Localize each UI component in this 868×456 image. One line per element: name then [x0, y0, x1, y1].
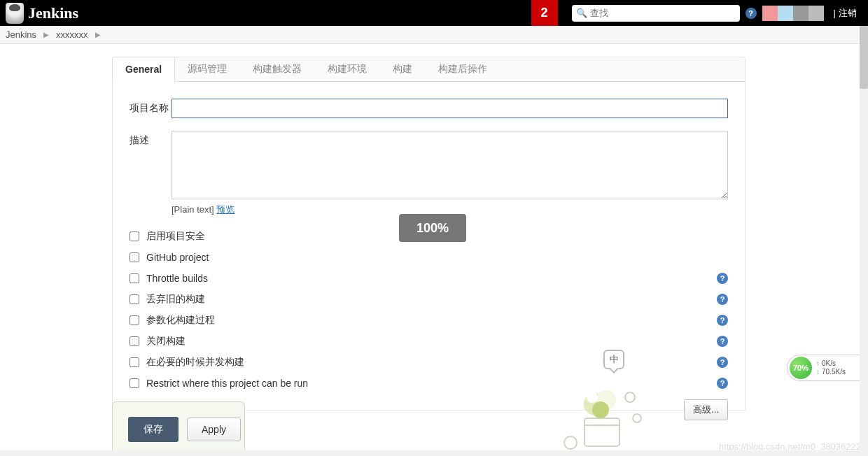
help-icon[interactable]: ? [717, 357, 728, 368]
avatar-segment [762, 6, 778, 21]
svg-point-8 [564, 436, 577, 449]
checkbox-row-throttle: Throttle builds ? [130, 268, 728, 289]
breadcrumb-item[interactable]: xxxxxxx [56, 29, 88, 40]
logo[interactable]: Jenkins [0, 3, 78, 24]
ime-indicator: 中 [603, 350, 624, 369]
description-textarea[interactable] [172, 131, 728, 199]
tab-general[interactable]: General [112, 57, 175, 82]
network-percent: 70% [790, 357, 812, 379]
checkbox-row-github: GitHub project [130, 247, 728, 268]
logout-link[interactable]: |注销 [834, 7, 857, 20]
preview-link[interactable]: 预览 [216, 204, 234, 215]
checkbox-row-discard: 丢弃旧的构建 ? [130, 289, 728, 310]
checkbox-label: 启用项目安全 [146, 230, 205, 243]
search-icon: 🔍 [576, 8, 587, 18]
notification-badge[interactable]: 2 [531, 0, 558, 26]
avatar-segment [778, 6, 793, 21]
avatar-segment [793, 6, 808, 21]
disable-build-checkbox[interactable] [130, 336, 139, 346]
action-bar: 保存 Apply [112, 401, 245, 456]
chevron-right-icon: ▶ [95, 31, 101, 38]
breadcrumb: Jenkins ▶ xxxxxxx ▶ [0, 26, 868, 44]
checkbox-label: GitHub project [146, 252, 209, 263]
github-project-checkbox[interactable] [130, 252, 139, 262]
parameterized-build-checkbox[interactable] [130, 315, 139, 325]
horizontal-scrollbar[interactable] [0, 450, 860, 456]
search-help-icon[interactable]: ? [746, 8, 757, 19]
plain-text-label: [Plain text] [172, 204, 214, 215]
search-box[interactable]: 🔍 [572, 5, 740, 22]
brand-text: Jenkins [28, 4, 78, 22]
discard-old-builds-checkbox[interactable] [130, 294, 139, 304]
tab-triggers[interactable]: 构建触发器 [240, 57, 315, 81]
avatar-segment [808, 6, 824, 21]
enable-security-checkbox[interactable] [130, 231, 139, 241]
checkbox-row-parameterized: 参数化构建过程 ? [130, 310, 728, 331]
upload-rate: 0K/s [816, 359, 846, 368]
checkbox-label: Throttle builds [146, 273, 208, 284]
advanced-button[interactable]: 高级... [684, 399, 728, 420]
project-name-input[interactable] [172, 99, 728, 118]
checkbox-row-concurrent: 在必要的时候并发构建 ? [130, 352, 728, 373]
svg-rect-0 [584, 418, 620, 446]
description-label: 描述 [130, 131, 172, 147]
svg-point-7 [633, 414, 641, 422]
help-icon[interactable]: ? [717, 378, 728, 389]
top-bar: Jenkins 2 🔍 ? |注销 [0, 0, 868, 26]
checkbox-label: 在必要的时候并发构建 [146, 356, 244, 369]
checkbox-label: 参数化构建过程 [146, 314, 215, 327]
project-name-label: 项目名称 [130, 99, 172, 115]
help-icon[interactable]: ? [717, 273, 728, 284]
scrollbar-thumb[interactable] [860, 26, 868, 89]
help-icon[interactable]: ? [717, 294, 728, 305]
throttle-builds-checkbox[interactable] [130, 273, 139, 283]
concurrent-build-checkbox[interactable] [130, 357, 139, 367]
general-section: 项目名称 描述 [Plain text] 预览 启用项目安全 GitHub pr… [112, 82, 746, 411]
search-input[interactable] [587, 8, 736, 18]
help-icon[interactable]: ? [717, 336, 728, 347]
restrict-run-checkbox[interactable] [130, 378, 139, 388]
network-widget: 70% 0K/s 70.5K/s [787, 355, 868, 381]
search-container: 🔍 ? [572, 5, 757, 22]
checkbox-row-disable: 关闭构建 ? [130, 331, 728, 352]
network-rates: 0K/s 70.5K/s [816, 359, 846, 376]
breadcrumb-item[interactable]: Jenkins [6, 29, 36, 40]
tab-build-env[interactable]: 构建环境 [315, 57, 380, 81]
progress-overlay: 100% [399, 214, 466, 242]
config-tabs: General 源码管理 构建触发器 构建环境 构建 构建后操作 [112, 57, 746, 82]
vertical-scrollbar[interactable] [860, 26, 868, 456]
chevron-right-icon: ▶ [43, 31, 49, 38]
checkbox-label: 关闭构建 [146, 335, 186, 348]
apply-button[interactable]: Apply [187, 418, 241, 441]
help-icon[interactable]: ? [717, 315, 728, 326]
checkbox-row-restrict: Restrict where this project can be run ? [130, 373, 728, 394]
tab-build[interactable]: 构建 [380, 57, 426, 81]
checkbox-label: 丢弃旧的构建 [146, 293, 205, 306]
download-rate: 70.5K/s [816, 368, 846, 376]
jenkins-logo-icon [6, 3, 24, 24]
checkbox-label: Restrict where this project can be run [146, 378, 308, 389]
tab-scm[interactable]: 源码管理 [175, 57, 240, 81]
tab-post-build[interactable]: 构建后操作 [426, 57, 500, 81]
user-avatar[interactable] [762, 6, 824, 21]
save-button[interactable]: 保存 [128, 417, 178, 442]
